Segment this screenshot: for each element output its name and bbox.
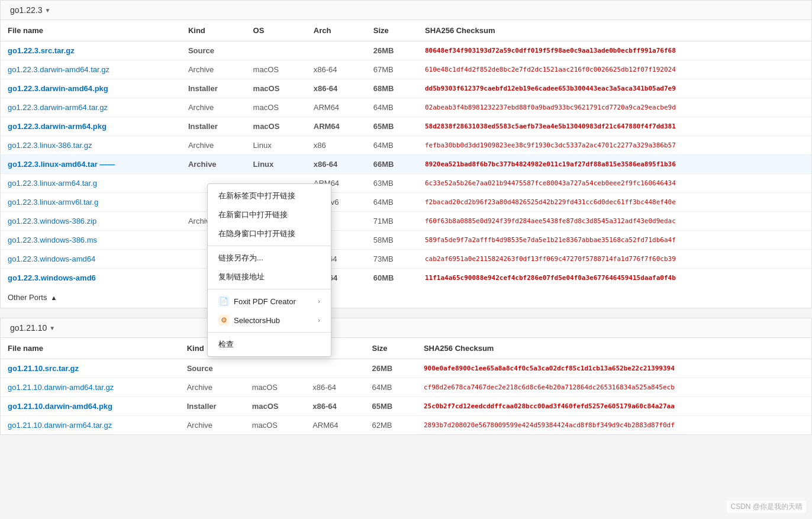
dropdown-arrow2-icon: ▼ bbox=[49, 325, 55, 331]
section-title-go1223: go1.22.3 bbox=[10, 5, 43, 15]
file-cell: go1.22.3.linux-arm64.tar.g bbox=[1, 174, 181, 193]
section-header-go1223[interactable]: go1.22.3 ▼ bbox=[1, 1, 811, 20]
checksum-cell: 58d2838f28631038ed5583c5aefb73ea4e5b1304… bbox=[418, 117, 811, 136]
file-cell: go1.22.3.linux-armv6l.tar.g bbox=[1, 193, 181, 212]
checksum-cell: 11f1a4a65c90088e942cef4cbf286e07fd5e04f0… bbox=[418, 269, 811, 288]
os-cell bbox=[246, 41, 307, 60]
file-link[interactable]: go1.21.10.darwin-amd64.tar.gz bbox=[8, 383, 114, 392]
table-row: go1.22.3.darwin-amd64.pkgInstallermacOSx… bbox=[1, 79, 811, 98]
context-menu-label: 在隐身窗口中打开链接 bbox=[218, 228, 320, 239]
col-header-arch: Arch bbox=[307, 20, 366, 41]
file-link[interactable]: go1.22.3.src.tar.gz bbox=[8, 46, 75, 55]
context-menu-label: Foxit PDF Creator bbox=[234, 297, 313, 306]
os-cell: macOS bbox=[245, 397, 305, 416]
size-cell: 26MB bbox=[365, 359, 417, 378]
table-row: go1.22.3.darwin-arm64.pkgInstallermacOSA… bbox=[1, 117, 811, 136]
context-menu-item[interactable]: 链接另存为... bbox=[208, 249, 331, 267]
size-cell: 58MB bbox=[366, 231, 418, 250]
os-cell: macOS bbox=[245, 378, 305, 397]
section-title-go12110: go1.21.10 bbox=[10, 323, 47, 333]
other-ports-label: Other Ports bbox=[8, 293, 47, 302]
file-link[interactable]: go1.22.3.linux-amd64.tar —— bbox=[8, 160, 115, 169]
submenu-arrow-icon: › bbox=[318, 298, 320, 305]
table-row: go1.22.3.linux-armv6l.tar.gARMv664MBf2ba… bbox=[1, 193, 811, 212]
os-cell: Linux bbox=[246, 155, 307, 174]
size-cell: 63MB bbox=[366, 174, 418, 193]
file-cell: go1.22.3.darwin-amd64.pkg bbox=[1, 79, 181, 98]
file-cell: go1.22.3.linux-amd64.tar —— bbox=[1, 155, 181, 174]
context-menu-label: 复制链接地址 bbox=[218, 272, 320, 282]
other-ports[interactable]: Other Ports ▲ bbox=[1, 287, 811, 308]
checksum-cell: 2893b7d208020e5678009599e424d59384424acd… bbox=[417, 416, 811, 435]
arch-cell: x86-64 bbox=[307, 155, 366, 174]
kind-cell: Archive bbox=[180, 378, 245, 397]
context-menu: 在新标签页中打开链接在新窗口中打开链接在隐身窗口中打开链接链接另存为...复制链… bbox=[207, 183, 331, 357]
file-cell: go1.22.3.darwin-arm64.pkg bbox=[1, 117, 181, 136]
context-menu-item[interactable]: 在隐身窗口中打开链接 bbox=[208, 224, 331, 243]
context-menu-item[interactable]: 检查 bbox=[208, 335, 331, 354]
context-menu-item[interactable]: 在新标签页中打开链接 bbox=[208, 186, 331, 205]
other-ports-toggle-icon: ▲ bbox=[50, 294, 57, 301]
file-link[interactable]: go1.22.3.linux-arm64.tar.g bbox=[8, 179, 97, 188]
context-menu-label: SelectorsHub bbox=[234, 316, 313, 325]
checksum-cell: 25c0b2f7cd12eedcddffcaa028bcc00ad3f460fe… bbox=[417, 397, 811, 416]
foxit-icon: 📄 bbox=[218, 296, 229, 307]
size-cell: 71MB bbox=[366, 212, 418, 231]
file-link[interactable]: go1.22.3.windows-amd64 bbox=[8, 254, 95, 263]
checksum-cell: 8920ea521bad8f6b7bc377b4824982e011c19af2… bbox=[418, 155, 811, 174]
file-link[interactable]: go1.22.3.linux-armv6l.tar.g bbox=[8, 198, 98, 207]
file-cell: go1.21.10.darwin-amd64.pkg bbox=[1, 397, 180, 416]
checksum-cell: f2bacad20cd2b96f23a80d4826525d42b229fd43… bbox=[418, 193, 811, 212]
os-cell: macOS bbox=[246, 60, 307, 79]
file-link[interactable]: go1.21.10.src.tar.gz bbox=[8, 364, 79, 373]
col-header-os: OS bbox=[246, 20, 307, 41]
table-row: go1.21.10.darwin-amd64.tar.gzArchivemacO… bbox=[1, 378, 811, 397]
arch-cell bbox=[307, 41, 366, 60]
context-menu-item[interactable]: ⚙SelectorsHub› bbox=[208, 311, 331, 330]
size-cell: 65MB bbox=[365, 397, 417, 416]
file-link[interactable]: go1.21.10.darwin-arm64.tar.gz bbox=[8, 421, 112, 430]
context-menu-label: 在新标签页中打开链接 bbox=[218, 191, 320, 201]
os-cell bbox=[245, 359, 305, 378]
arch-cell: x86 bbox=[307, 136, 366, 155]
file-cell: go1.21.10.src.tar.gz bbox=[1, 359, 180, 378]
file-link[interactable]: go1.21.10.darwin-amd64.pkg bbox=[8, 402, 112, 411]
kind-cell: Installer bbox=[180, 397, 245, 416]
size-cell: 60MB bbox=[366, 269, 418, 288]
arch-cell: x86-64 bbox=[305, 378, 365, 397]
file-link[interactable]: go1.22.3.windows-386.zip bbox=[8, 217, 96, 225]
kind-cell: Archive bbox=[180, 416, 245, 435]
section-header-go12110[interactable]: go1.21.10 ▼ bbox=[1, 318, 811, 338]
checksum-cell: 610e48c1df4d2f852de8bc2e7fd2dc1521aac216… bbox=[418, 60, 811, 79]
file-link[interactable]: go1.22.3.darwin-amd64.pkg bbox=[8, 84, 108, 93]
context-menu-item[interactable]: 📄Foxit PDF Creator› bbox=[208, 292, 331, 311]
files-table-go1223: File name Kind OS Arch Size SHA256 Check… bbox=[1, 20, 811, 287]
context-menu-item[interactable]: 复制链接地址 bbox=[208, 267, 331, 286]
context-menu-label: 在新窗口中打开链接 bbox=[218, 209, 320, 220]
col-header-kind: Kind bbox=[181, 20, 246, 41]
file-link[interactable]: go1.22.3.darwin-arm64.tar.gz bbox=[8, 103, 108, 112]
file-cell: go1.22.3.windows-386.zip bbox=[1, 212, 181, 231]
context-menu-item[interactable]: 在新窗口中打开链接 bbox=[208, 205, 331, 224]
size-cell: 65MB bbox=[366, 117, 418, 136]
file-link[interactable]: go1.22.3.darwin-amd64.tar.gz bbox=[8, 65, 109, 74]
size-cell: 64MB bbox=[365, 378, 417, 397]
checksum-cell: dd5b9303f612379caebfd12eb19e6cadee653b30… bbox=[418, 79, 811, 98]
size-cell: 73MB bbox=[366, 250, 418, 269]
checksum-cell: cab2af6951a0e2115824263f0df13ff069c47270… bbox=[418, 250, 811, 269]
table-row: go1.21.10.darwin-amd64.pkgInstallermacOS… bbox=[1, 397, 811, 416]
file-link[interactable]: go1.22.3.darwin-arm64.pkg bbox=[8, 122, 107, 131]
os-cell: macOS bbox=[246, 98, 307, 117]
file-cell: go1.22.3.linux-386.tar.gz bbox=[1, 136, 181, 155]
file-link[interactable]: go1.22.3.windows-amd6 bbox=[8, 273, 96, 282]
kind-cell: Archive bbox=[181, 98, 246, 117]
table-row: go1.22.3.linux-arm64.tar.gARM6463MB6c33e… bbox=[1, 174, 811, 193]
file-cell: go1.22.3.windows-amd6 bbox=[1, 269, 181, 288]
dropdown-arrow-icon: ▼ bbox=[45, 7, 51, 14]
section-go1223: go1.22.3 ▼ File name Kind OS Arch Size S… bbox=[0, 0, 812, 308]
file-link[interactable]: go1.22.3.linux-386.tar.gz bbox=[8, 141, 92, 150]
table-row: go1.22.3.windows-amd64x86-6473MBcab2af69… bbox=[1, 250, 811, 269]
file-link[interactable]: go1.22.3.windows-386.ms bbox=[8, 236, 97, 244]
table-row: go1.21.10.src.tar.gzSource26MB900e0afe89… bbox=[1, 359, 811, 378]
os-cell: macOS bbox=[246, 79, 307, 98]
